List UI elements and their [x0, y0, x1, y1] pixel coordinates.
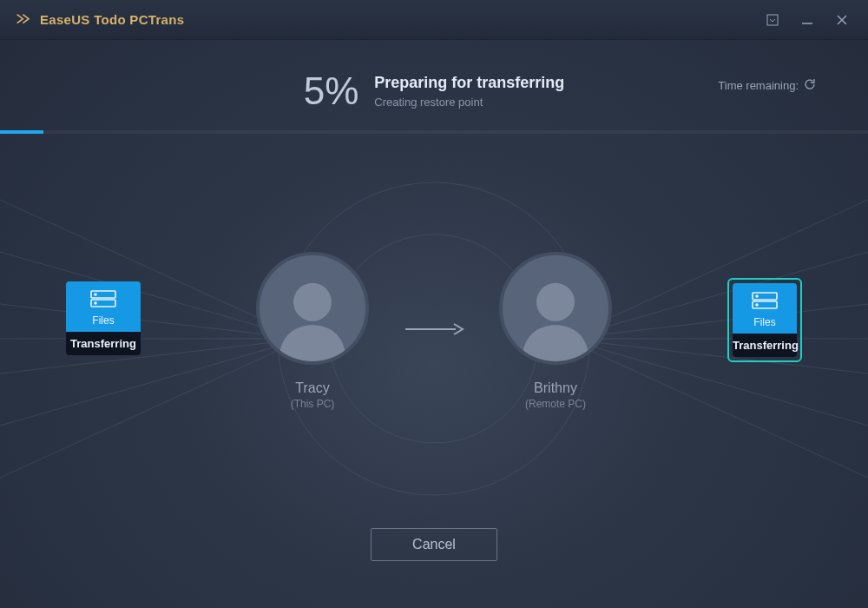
progress-percent: 5%	[304, 69, 359, 113]
files-label-dest: Files	[753, 316, 775, 328]
app-logo: EaseUS Todo PCTrans	[16, 12, 184, 27]
svg-point-20	[293, 283, 332, 321]
dest-pc-name: Brithny	[525, 380, 586, 396]
dest-pc: Brithny (Remote PC)	[499, 252, 612, 410]
files-box-dest: Files Transferring	[727, 278, 802, 362]
status-subtitle: Creating restore point	[374, 96, 564, 109]
title-bar: EaseUS Todo PCTrans	[0, 0, 868, 40]
files-icon	[89, 288, 118, 311]
svg-point-30	[756, 304, 758, 306]
files-box-source: Files Transferring	[66, 281, 141, 355]
dest-pc-role: (Remote PC)	[525, 398, 586, 410]
svg-point-25	[95, 294, 96, 295]
source-pc-name: Tracy	[291, 380, 335, 396]
refresh-icon	[804, 78, 816, 93]
svg-point-22	[536, 283, 575, 321]
close-button[interactable]	[825, 7, 859, 33]
source-pc: Tracy (This PC)	[256, 252, 369, 410]
svg-point-26	[95, 302, 96, 304]
avatar-dest	[499, 252, 612, 365]
time-remaining-label: Time remaining:	[718, 79, 799, 92]
time-remaining: Time remaining:	[718, 78, 816, 93]
source-pc-role: (This PC)	[291, 398, 335, 410]
files-status-dest: Transferring	[733, 334, 797, 357]
footer: Cancel	[0, 528, 868, 596]
status-header: 5% Preparing for transferring Creating r…	[0, 40, 868, 130]
avatar-source	[256, 252, 369, 365]
files-label-source: Files	[92, 314, 114, 327]
minimize-button[interactable]	[790, 7, 825, 33]
files-icon	[750, 290, 779, 313]
cancel-button[interactable]: Cancel	[371, 528, 497, 561]
app-title: EaseUS Todo PCTrans	[40, 12, 184, 27]
status-title: Preparing for transferring	[374, 74, 564, 92]
svg-point-29	[756, 295, 758, 297]
menu-button[interactable]	[755, 7, 790, 33]
transfer-diagram: Tracy (This PC) Brithny (Remote PC) File…	[0, 134, 868, 528]
files-status-source: Transferring	[66, 332, 141, 355]
arrow-icon	[404, 323, 464, 339]
svg-rect-16	[767, 15, 778, 25]
logo-icon	[16, 13, 33, 27]
